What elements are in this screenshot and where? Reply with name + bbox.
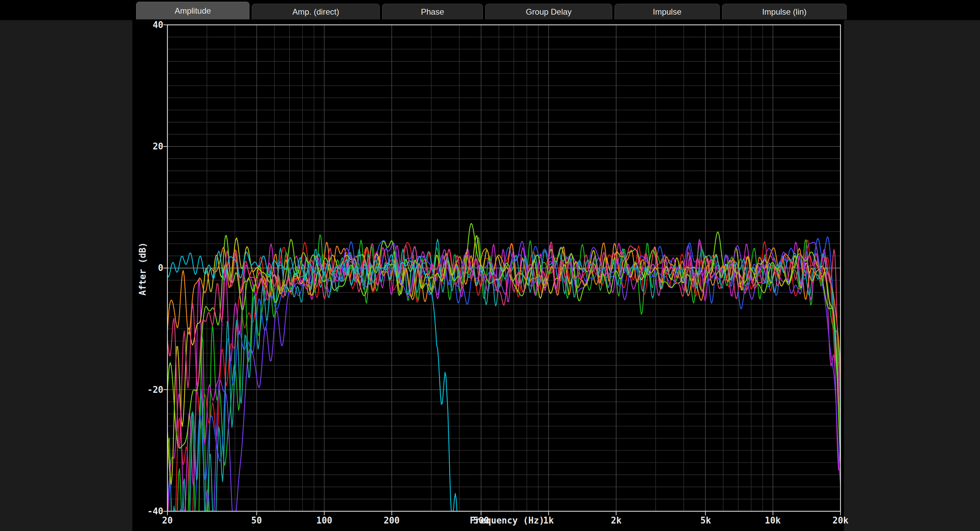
y-tick-label: -20	[139, 384, 163, 395]
app-window: Amplitude Amp. (direct) Phase Group Dela…	[0, 0, 980, 531]
tab-group-delay[interactable]: Group Delay	[485, 4, 612, 19]
tab-impulse-lin[interactable]: Impulse (lin)	[722, 4, 846, 19]
x-tick-label: 10k	[752, 515, 793, 526]
y-tick-label: 20	[139, 141, 163, 151]
y-axis-title: After (dB)	[137, 242, 148, 296]
x-tick-label: 50	[236, 515, 277, 526]
x-tick-label: 20	[147, 515, 188, 526]
x-tick-label: 2k	[596, 515, 637, 526]
view-tabs: Amplitude Amp. (direct) Phase Group Dela…	[136, 2, 846, 19]
tab-amp-direct[interactable]: Amp. (direct)	[252, 4, 380, 19]
tab-phase[interactable]: Phase	[382, 4, 483, 19]
x-tick-label: 200	[371, 515, 412, 526]
tab-amplitude[interactable]: Amplitude	[136, 2, 250, 19]
x-tick-label: 5k	[685, 515, 726, 526]
series-group	[167, 223, 840, 531]
x-tick-label: 100	[304, 515, 345, 526]
x-axis-title: Frequency (Hz)	[432, 515, 582, 526]
series-ch-purple	[167, 241, 840, 531]
y-tick-label: -40	[139, 506, 163, 517]
y-tick-label: 40	[139, 20, 163, 30]
tab-impulse[interactable]: Impulse	[614, 4, 720, 19]
x-tick-label: 20k	[820, 515, 861, 526]
